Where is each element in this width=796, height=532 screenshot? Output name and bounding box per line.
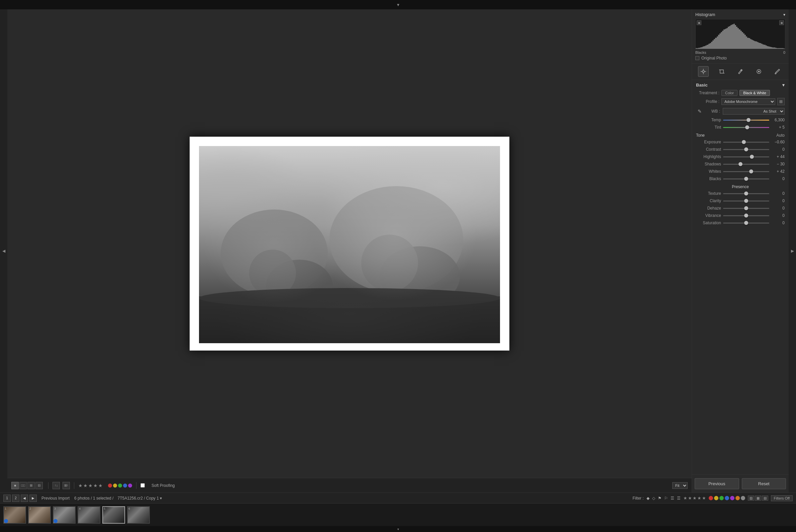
star-1[interactable]: ★ — [78, 483, 83, 488]
contrast-slider[interactable] — [723, 147, 769, 152]
color-green[interactable] — [118, 483, 122, 488]
treatment-bw-btn[interactable]: Black & White — [740, 90, 770, 96]
page-1-btn[interactable]: 1 — [3, 495, 11, 502]
filmstrip-thumb-5[interactable]: 5 — [102, 506, 125, 524]
temp-slider[interactable] — [723, 117, 769, 122]
sort-desc-btn[interactable]: ⊞↑ — [62, 482, 70, 489]
wb-select[interactable]: As Shot Auto Daylight Cloudy Custom — [723, 108, 785, 115]
filmstrip-star-3[interactable]: ★ — [693, 496, 696, 500]
filmstrip-flag-red[interactable] — [709, 496, 713, 500]
filmstrip-star-1[interactable]: ★ — [683, 496, 687, 500]
histogram-dropdown-icon[interactable]: ▾ — [783, 12, 785, 17]
saturation-slider[interactable] — [723, 220, 769, 226]
profile-grid-btn[interactable]: ⊞ — [777, 98, 785, 105]
saturation-thumb[interactable] — [744, 221, 748, 225]
soft-proofing-checkbox[interactable] — [141, 483, 145, 488]
whites-slider[interactable] — [723, 169, 769, 174]
single-view-btn[interactable]: ■ — [11, 482, 19, 489]
star-2[interactable]: ★ — [83, 483, 88, 488]
basic-panel-dropdown-icon[interactable]: ▾ — [782, 82, 785, 88]
clarity-slider[interactable] — [723, 198, 769, 204]
filmstrip-star-4[interactable]: ★ — [697, 496, 701, 500]
color-yellow[interactable] — [113, 483, 117, 488]
wb-dropper-btn[interactable]: ✎ — [696, 108, 703, 115]
filmstrip-view-3[interactable]: ▤ — [762, 496, 768, 500]
filmstrip-flag-blue[interactable] — [725, 496, 729, 500]
filmstrip-thumb-1[interactable]: 1 — [3, 506, 26, 524]
star-5[interactable]: ★ — [98, 483, 103, 488]
filmstrip-thumb-3[interactable]: 3 — [53, 506, 76, 524]
blacks-slider[interactable] — [723, 176, 769, 182]
filmstrip-next-btn[interactable]: ▶ — [30, 495, 37, 502]
top-bar-arrow-icon[interactable]: ▾ — [397, 2, 399, 7]
filmstrip-view-2[interactable]: ▦ — [755, 496, 761, 500]
vibrance-slider[interactable] — [723, 213, 769, 218]
shadows-slider[interactable] — [723, 162, 769, 167]
star-3[interactable]: ★ — [88, 483, 93, 488]
previous-button[interactable]: Previous — [695, 478, 739, 489]
filmstrip-flag-purple[interactable] — [730, 496, 735, 500]
filmstrip-thumb-2[interactable]: 2 — [28, 506, 51, 524]
color-blue[interactable] — [123, 483, 127, 488]
page-2-btn[interactable]: 2 — [12, 495, 19, 502]
temp-thumb[interactable] — [746, 118, 750, 122]
filter-unflag-icon[interactable]: ◇ — [652, 496, 655, 500]
color-red[interactable] — [108, 483, 112, 488]
filter-sort1-icon[interactable]: ☰ — [671, 496, 674, 500]
filmstrip-flag-orange[interactable] — [736, 496, 740, 500]
filmstrip-path[interactable]: 7T5A1256.cr2 / Copy 1 ▾ — [117, 496, 162, 500]
spot-removal-tool[interactable] — [735, 66, 745, 77]
highlights-thumb[interactable] — [750, 155, 754, 159]
red-eye-tool[interactable] — [754, 66, 764, 77]
contrast-thumb[interactable] — [744, 147, 748, 151]
filmstrip-flag-green[interactable] — [719, 496, 724, 500]
blacks-thumb[interactable] — [744, 177, 748, 181]
left-toggle-icon: ◀ — [2, 249, 5, 253]
view-mode-select[interactable]: Fit Fill 1:1 — [672, 482, 688, 489]
dehaze-thumb[interactable] — [744, 206, 748, 210]
filter-unflag2-icon[interactable]: ⚐ — [664, 496, 668, 500]
highlights-slider[interactable] — [723, 154, 769, 159]
tint-slider[interactable] — [723, 125, 769, 130]
whites-thumb[interactable] — [749, 169, 753, 173]
clarity-thumb[interactable] — [744, 199, 748, 203]
sort-asc-btn[interactable]: ↑↓ — [53, 482, 60, 489]
filmstrip-thumb-4[interactable]: 4 — [77, 506, 100, 524]
grid-view-btn[interactable]: □□ — [19, 482, 27, 489]
star-4[interactable]: ★ — [93, 483, 98, 488]
original-photo-checkbox[interactable] — [695, 56, 699, 60]
profile-select[interactable]: Adobe Monochrome Adobe Color Adobe Lands… — [721, 98, 775, 105]
treatment-color-btn[interactable]: Color — [721, 90, 738, 96]
left-panel-toggle[interactable]: ◀ — [0, 10, 7, 493]
exposure-thumb[interactable] — [742, 140, 746, 144]
filmstrip-flag-yellow[interactable] — [714, 496, 719, 500]
filmstrip-star-5[interactable]: ★ — [702, 496, 706, 500]
filmstrip-star-2[interactable]: ★ — [688, 496, 692, 500]
right-panel-toggle[interactable]: ▶ — [789, 10, 796, 493]
develop-settings-tool[interactable] — [698, 66, 709, 77]
shadows-thumb[interactable] — [739, 162, 742, 166]
texture-slider[interactable] — [723, 191, 769, 196]
sep2 — [74, 482, 74, 489]
crop-overlay-tool[interactable] — [717, 66, 727, 77]
filmstrip-flag-gray[interactable] — [741, 496, 745, 500]
dehaze-slider[interactable] — [723, 206, 769, 211]
tint-thumb[interactable] — [745, 125, 749, 129]
compare-view-btn[interactable]: ⊞ — [28, 482, 35, 489]
brush-tool[interactable] — [772, 66, 783, 77]
color-purple[interactable] — [128, 483, 132, 488]
vibrance-thumb[interactable] — [744, 213, 748, 217]
texture-thumb[interactable] — [744, 191, 748, 195]
bottom-arrow[interactable]: ▾ — [0, 526, 796, 532]
tone-auto-btn[interactable]: Auto — [776, 133, 785, 138]
filmstrip-thumb-6[interactable]: 6 — [127, 506, 150, 524]
filter-flag2-icon[interactable]: ⚑ — [658, 496, 662, 500]
filters-off-btn[interactable]: Filters Off — [771, 495, 793, 501]
filmstrip-view-1[interactable]: ▨ — [748, 496, 754, 500]
survey-view-btn[interactable]: ⊟ — [35, 482, 43, 489]
filmstrip-prev-btn[interactable]: ◀ — [21, 495, 28, 502]
filter-sort2-icon[interactable]: ☰ — [677, 496, 681, 500]
filter-flag-icon[interactable]: ◆ — [647, 496, 650, 500]
exposure-slider[interactable] — [723, 139, 769, 145]
reset-button[interactable]: Reset — [742, 478, 786, 489]
